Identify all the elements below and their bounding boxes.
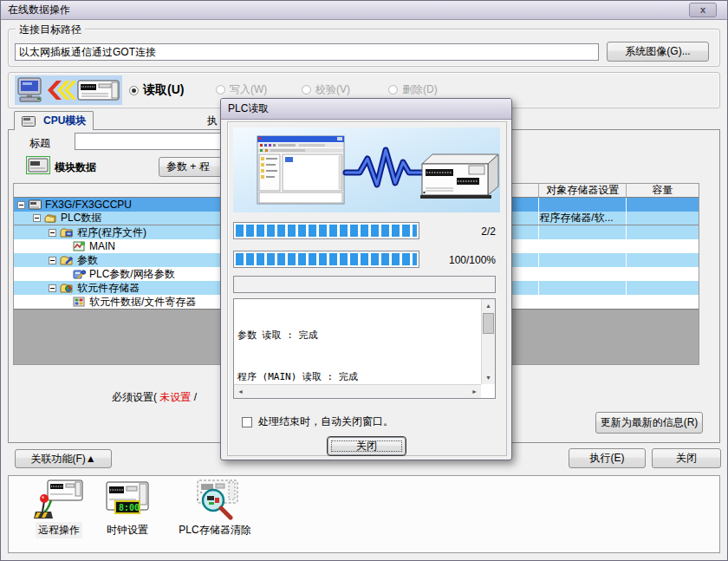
dialog-close-button[interactable]: 关闭 [328,437,406,455]
related-functions-button[interactable]: 关联功能(F)▲ [15,449,112,468]
execute-button[interactable]: 执行(E) [569,448,646,468]
shortcut-label: 远程操作 [36,522,82,538]
window-titlebar[interactable]: 在线数据操作 [1,1,727,20]
radio-read[interactable]: 读取(U) [129,82,184,98]
window-close-button[interactable]: x [689,3,717,17]
computer-icon [16,77,46,103]
svg-text:8:00: 8:00 [119,503,140,512]
transfer-direction-icon [15,75,122,105]
shortcut-label: 时钟设置 [104,522,151,538]
remote-operation-icon [34,479,84,520]
steps-progress-bar [233,222,419,239]
horizontal-scrollbar[interactable]: ◄ ► [234,384,481,398]
close-icon: x [700,5,705,15]
dialog-title: PLC读取 [228,101,269,116]
radio-delete[interactable]: 删除(D) [388,82,438,97]
current-message-field [233,276,496,293]
shortcut-remote-operation[interactable]: 远程操作 [25,479,93,538]
connection-path-input[interactable]: 以太网插板通信通过GOT连接 [15,43,599,61]
clock-setting-icon: 8:00 [103,479,152,520]
title-label: 标题 [29,136,50,151]
plc-device [420,154,498,199]
tree-expander[interactable] [49,257,56,264]
steps-progress-label: 2/2 [420,225,496,238]
online-data-operation-window: 在线数据操作 x 连接目标路径 以太网插板通信通过GOT连接 系统图像(G)..… [0,0,728,561]
shortcut-plc-memory-clear[interactable]: PLC存储器清除 [167,479,263,538]
tree-expander[interactable] [33,214,41,222]
parameter-folder-icon [60,255,74,265]
module-data-label: 模块数据 [55,160,96,175]
data-folders-icon [44,213,57,224]
required-setting-note: 必须设置( 未设置 / [112,390,197,405]
vertical-scrollbar[interactable]: ▲ ▼ [481,299,495,384]
scroll-left-icon[interactable]: ◄ [234,385,247,398]
auto-close-option[interactable]: 处理结束时，自动关闭窗口。 [242,414,393,429]
plc-icon [77,78,120,102]
scrollbar-thumb[interactable] [483,313,494,334]
device-data-icon [73,297,86,307]
tree-expander[interactable] [49,284,56,292]
shortcut-label: PLC存储器清除 [176,522,253,538]
progress-log-text: 参数 读取 : 完成 程序 (MAIN) 读取 : 完成 PLC读取 : 结束 [234,299,481,384]
program-folder-icon [60,227,74,238]
module-data-icon [26,156,50,174]
radio-verify[interactable]: 校验(V) [302,82,350,97]
system-image-button[interactable]: 系统图像(G)... [607,42,709,62]
required-value: 未设置 [159,391,191,403]
connection-path-value: 以太网插板通信通过GOT连接 [19,46,156,58]
transfer-illustration [233,127,500,212]
device-memory-folder-icon [60,283,74,293]
dialog-titlebar[interactable]: PLC读取 [221,99,511,120]
radio-write-icon [216,85,225,95]
shortcut-clock-setting[interactable]: 8:00 时钟设置 [94,479,160,538]
plc-module-icon [29,199,42,210]
plc-read-dialog: PLC读取 [220,98,512,460]
plc-parameter-icon [73,269,86,279]
tab-cpu-module[interactable]: CPU模块 [14,111,94,130]
radio-delete-icon [388,85,398,95]
close-button[interactable]: 关闭 [652,448,721,468]
program-file-icon [73,241,86,251]
radio-verify-icon [302,85,311,95]
percent-progress-bar [233,251,419,268]
left-arrows-icon [48,80,75,101]
scroll-down-icon[interactable]: ▼ [482,371,495,384]
checkbox-icon[interactable] [242,417,252,427]
connection-legend: 连接目标路径 [16,23,85,37]
radio-write[interactable]: 写入(W) [216,82,267,97]
tree-expander[interactable] [49,229,56,237]
refresh-info-button[interactable]: 更新为最新的信息(R) [595,412,703,434]
cpu-module-icon [22,116,36,127]
software-window [257,136,344,204]
percent-progress-label: 100/100% [420,254,496,266]
clipped-exec-label: 执 [207,114,218,128]
scroll-up-icon[interactable]: ▲ [482,299,495,312]
tree-expander[interactable] [17,201,25,209]
auto-close-label: 处理结束时，自动关闭窗口。 [258,414,393,429]
plc-memory-clear-icon [187,479,243,520]
scroll-right-icon[interactable]: ► [468,385,481,398]
window-title: 在线数据操作 [8,3,70,17]
radio-read-icon [129,86,139,95]
progress-log-box[interactable]: 参数 读取 : 完成 程序 (MAIN) 读取 : 完成 PLC读取 : 结束 … [233,298,496,399]
